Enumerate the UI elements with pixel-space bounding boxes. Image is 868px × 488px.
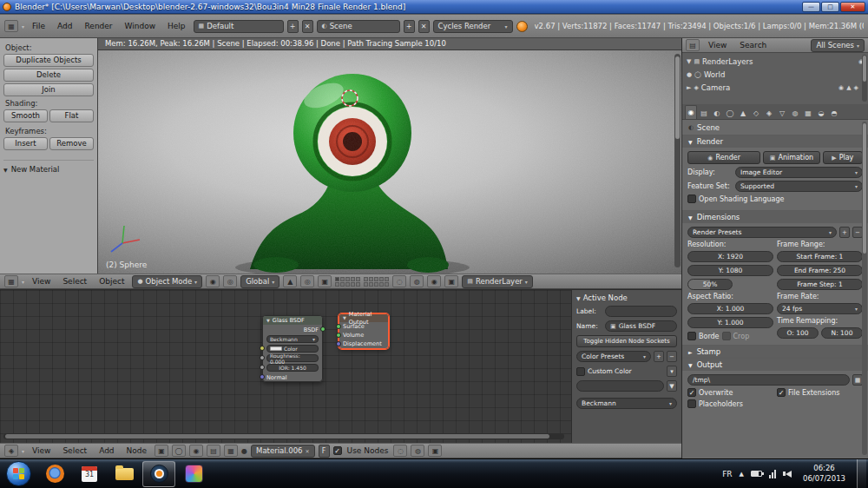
menu-help[interactable]: Help — [163, 22, 190, 30]
maximize-button[interactable]: □ — [821, 2, 839, 12]
screen-layout-selector[interactable]: ▦ Default — [194, 20, 284, 33]
smooth-button[interactable]: Smooth — [3, 109, 48, 122]
aspect-x-field[interactable]: X: 1.000 — [687, 303, 773, 314]
displacement-input-socket[interactable] — [336, 341, 341, 346]
viewport-editor-type-icon[interactable]: ▦ — [4, 275, 18, 287]
aspect-y-field[interactable]: Y: 1.000 — [687, 317, 773, 328]
mode-selector[interactable]: ● Object Mode ▾ — [132, 275, 202, 288]
clock[interactable]: 06:26 06/07/2013 — [799, 464, 850, 483]
roughness-input-socket[interactable] — [260, 355, 265, 360]
node-editor-hscrollbar[interactable] — [3, 433, 564, 439]
node-color-field[interactable] — [576, 380, 664, 392]
outliner-menu-search[interactable]: Search — [735, 41, 771, 49]
opengl-render-icon[interactable]: ◉ — [427, 275, 441, 287]
properties-scrollbar-thumb[interactable] — [863, 123, 866, 254]
outliner-scope-selector[interactable]: All Scenes ▾ — [811, 39, 865, 52]
delete-scene-button[interactable]: ✕ — [418, 20, 430, 33]
new-material-panel-header[interactable]: ▼ New Material — [3, 160, 94, 174]
toggle-hidden-sockets-button[interactable]: Toggle Hidden Node Sockets — [576, 335, 677, 347]
distribution-dropdown[interactable]: Beckmann ▾ — [266, 335, 319, 343]
add-preset-button[interactable]: + — [654, 351, 664, 362]
minimize-button[interactable]: — — [802, 2, 820, 12]
glass-bsdf-node[interactable]: ▼ Glass BSDF BSDF Beckmann ▾ Color Rough… — [262, 315, 323, 382]
shader-tree-lamp-icon[interactable]: ◉ — [189, 445, 203, 457]
color-swatch[interactable] — [270, 346, 282, 351]
custom-color-checkbox[interactable] — [576, 367, 585, 376]
visibility-eye-icon[interactable]: ◉ — [838, 84, 844, 91]
lock-icon[interactable]: ◌ — [392, 275, 406, 287]
use-nodes-checkbox[interactable]: ✓ — [333, 446, 342, 455]
surface-input-socket[interactable] — [336, 324, 341, 329]
node-collapse-icon[interactable]: ▼ — [343, 314, 346, 322]
volume-icon[interactable] — [783, 471, 792, 478]
duplicate-objects-button[interactable]: Duplicate Objects — [3, 54, 94, 67]
node-group-icon[interactable]: ▣ — [428, 445, 442, 457]
tab-object[interactable]: ▲ — [737, 107, 749, 119]
opengl-render-anim-icon[interactable]: ▣ — [444, 275, 458, 287]
display-dropdown[interactable]: Image Editor ▾ — [735, 167, 863, 178]
render-panel-header[interactable]: ▼ Render — [682, 135, 868, 148]
roughness-slider[interactable]: Roughness: 0.000 — [266, 354, 319, 362]
render-view-scrollbar-thumb[interactable] — [675, 56, 680, 139]
color-picker-button[interactable]: ▼ — [667, 380, 677, 392]
tab-constraints[interactable]: ◇ — [750, 107, 762, 119]
tab-physics[interactable]: ◓ — [828, 107, 840, 119]
viewport-menu-select[interactable]: Select — [58, 277, 91, 286]
menu-add[interactable]: Add — [53, 22, 76, 30]
manipulator-translate-icon[interactable]: ▲ — [283, 275, 297, 287]
osl-checkbox[interactable] — [687, 195, 696, 203]
outliner-menu-view[interactable]: View — [704, 41, 731, 49]
remove-keyframe-button[interactable]: Remove — [49, 137, 94, 150]
animation-button[interactable]: ▣ Animation — [763, 151, 819, 164]
material-datablock-selector[interactable]: Material.006 ✕ — [251, 445, 315, 458]
taskbar-firefox[interactable] — [38, 461, 71, 487]
renderability-icon[interactable]: ◈ — [854, 84, 858, 91]
tab-world[interactable]: ◯ — [724, 107, 736, 119]
shader-tree-world-icon[interactable]: ◯ — [172, 445, 186, 457]
flat-button[interactable]: Flat — [49, 109, 94, 122]
delete-screen-button[interactable]: ✕ — [302, 20, 313, 33]
tab-material[interactable]: ◍ — [789, 107, 801, 119]
output-panel-header[interactable]: ▼ Output — [682, 358, 868, 371]
pin-icon[interactable]: ◌ — [393, 445, 407, 457]
expand-icon[interactable]: ▼ — [687, 58, 691, 65]
resolution-percent-slider[interactable]: 50% — [687, 279, 733, 290]
render-button[interactable]: ◉ Render — [687, 151, 760, 164]
color-spinner-button[interactable]: ▾ — [667, 366, 677, 377]
node-editor-type-icon[interactable]: ◈ — [4, 445, 18, 457]
remove-preset-button[interactable]: − — [667, 351, 677, 362]
network-icon[interactable] — [769, 470, 776, 478]
manipulator-scale-icon[interactable]: ▣ — [318, 275, 332, 287]
add-screen-button[interactable]: + — [287, 20, 299, 33]
render-view-scrollbar[interactable] — [674, 54, 681, 267]
layers-grid-left[interactable] — [335, 277, 360, 287]
scene-selector[interactable]: ◐ Scene — [317, 20, 400, 33]
window-titlebar[interactable]: Blender* [C:\Users\Marwan\Desktop\blende… — [0, 0, 868, 14]
end-frame-field[interactable]: End Frame: 250 — [777, 265, 863, 276]
add-scene-button[interactable]: + — [404, 20, 415, 33]
texture-tree-icon[interactable]: ▦ — [224, 445, 238, 457]
snap-magnet-icon[interactable]: ◍ — [410, 275, 424, 287]
shader-tree-object-icon[interactable]: ▣ — [155, 445, 168, 457]
taskbar-blender[interactable] — [142, 461, 175, 487]
show-desktop-button[interactable] — [857, 459, 866, 488]
tab-texture[interactable]: ▦ — [802, 107, 814, 119]
taskbar-calendar[interactable]: 31 — [73, 461, 106, 487]
tab-modifiers[interactable]: ◈ — [763, 107, 775, 119]
manipulator-rotate-icon[interactable]: ◎ — [300, 275, 314, 287]
color-presets-dropdown[interactable]: Color Presets ▾ — [576, 351, 651, 362]
fake-user-button[interactable]: F — [319, 445, 330, 458]
ior-input-socket[interactable] — [260, 365, 265, 370]
viewport-menu-view[interactable]: View — [28, 277, 55, 286]
resolution-x-field[interactable]: X: 1920 — [687, 251, 773, 262]
taskbar-paint-app[interactable] — [177, 461, 210, 487]
transform-orientation-selector[interactable]: Global ▾ — [240, 275, 279, 288]
editor-type-icon[interactable]: ▦ — [4, 20, 18, 32]
material-output-node[interactable]: ▼ Material Output Surface Volume Displac… — [339, 313, 389, 349]
tab-object-data[interactable]: ▽ — [776, 107, 788, 119]
node-menu-select[interactable]: Select — [58, 446, 91, 455]
expand-icon[interactable]: ► — [687, 84, 691, 91]
editor-type-dropdown-icon[interactable]: ▾ — [22, 23, 24, 30]
render-layer-selector[interactable]: ▤ RenderLayer ▾ — [462, 275, 533, 288]
frame-step-field[interactable]: Frame Step: 1 — [777, 279, 863, 290]
